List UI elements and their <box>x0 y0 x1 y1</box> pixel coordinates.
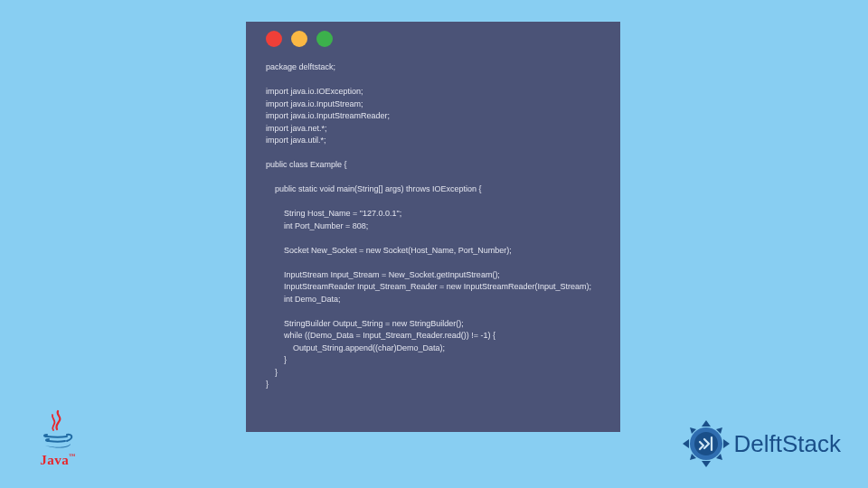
java-tm: ™ <box>69 453 76 460</box>
java-word: Java <box>40 453 69 467</box>
svg-marker-2 <box>683 439 689 448</box>
delftstack-logo: DelftStack <box>682 419 842 468</box>
window-traffic-lights <box>246 22 620 47</box>
java-cup-icon <box>40 409 76 451</box>
code-block: package delftstack; import java.io.IOExc… <box>246 47 620 391</box>
delftstack-label: DelftStack <box>734 430 842 458</box>
maximize-dot-icon <box>316 31 333 47</box>
code-window: package delftstack; import java.io.IOExc… <box>246 22 620 432</box>
close-dot-icon <box>266 31 282 47</box>
svg-marker-0 <box>702 420 711 427</box>
minimize-dot-icon <box>291 31 307 47</box>
svg-marker-3 <box>723 439 730 448</box>
java-label: Java™ <box>33 453 83 468</box>
svg-point-9 <box>694 432 718 455</box>
java-logo: Java™ <box>33 409 83 468</box>
delftstack-gear-icon <box>682 419 731 468</box>
svg-marker-1 <box>702 461 711 467</box>
